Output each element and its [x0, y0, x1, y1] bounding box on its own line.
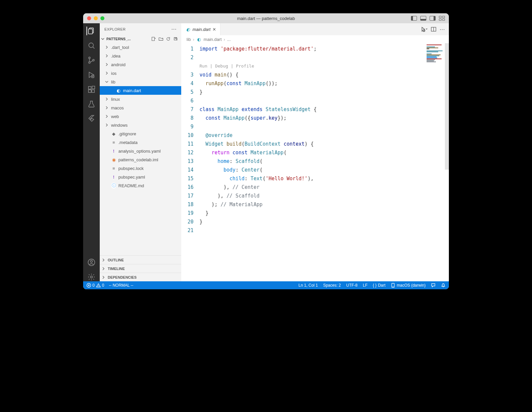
minimize-window-button[interactable]: [94, 16, 98, 20]
code-line[interactable]: @override: [200, 131, 449, 140]
folder-web[interactable]: web: [100, 112, 181, 121]
code-line[interactable]: [200, 122, 449, 131]
tree-item-label: .gitignore: [118, 131, 136, 136]
file-patterns-codelab-iml[interactable]: ◉patterns_codelab.iml: [100, 155, 181, 164]
toggle-primary-sidebar-icon[interactable]: [411, 16, 417, 21]
file-analysis-options-yaml[interactable]: !analysis_options.yaml: [100, 147, 181, 155]
code-line[interactable]: const MainApp({super.key});: [200, 114, 449, 122]
tree-item-label: windows: [111, 123, 128, 128]
sidebar-title: EXPLORER: [104, 27, 126, 31]
problems-status[interactable]: 0 0: [86, 283, 104, 288]
folder-ios[interactable]: ios: [100, 69, 181, 77]
feedback-icon[interactable]: [431, 283, 436, 288]
code-line[interactable]: class MainApp extends StatelessWidget {: [200, 105, 449, 114]
file-pubspec-lock[interactable]: ≡pubspec.lock: [100, 164, 181, 173]
chevron-down-icon: [101, 37, 105, 41]
eol-status[interactable]: LF: [363, 283, 367, 288]
tab-main-dart[interactable]: ◐ main.dart ✕: [181, 23, 220, 35]
device-selector[interactable]: macOS (darwin): [391, 283, 426, 288]
sidebar-section-dependencies[interactable]: DEPENDENCIES: [100, 273, 181, 281]
folder-linux[interactable]: linux: [100, 95, 181, 103]
run-dropdown-icon[interactable]: [421, 27, 428, 32]
encoding-status[interactable]: UTF-8: [346, 283, 357, 288]
run-debug-icon[interactable]: [87, 70, 96, 79]
file-readme-md[interactable]: ⓘREADME.md: [100, 181, 181, 190]
folder-lib[interactable]: lib: [100, 77, 181, 86]
file--metadata[interactable]: ≡.metadata: [100, 138, 181, 147]
editor-more-icon[interactable]: ⋯: [440, 26, 445, 33]
indentation-status[interactable]: Spaces: 2: [323, 283, 341, 288]
refresh-icon[interactable]: [166, 37, 171, 41]
code-line[interactable]: ), // Center: [200, 183, 449, 192]
customize-layout-icon[interactable]: [439, 16, 445, 21]
file-pubspec-yaml[interactable]: !pubspec.yaml: [100, 173, 181, 181]
toggle-panel-icon[interactable]: [420, 16, 426, 21]
accounts-icon[interactable]: [87, 258, 96, 267]
code-line[interactable]: [200, 53, 449, 62]
close-tab-icon[interactable]: ✕: [212, 27, 216, 32]
explorer-project-header[interactable]: PATTERNS_...: [100, 35, 181, 43]
source-control-icon[interactable]: [87, 56, 96, 65]
extensions-icon[interactable]: [87, 85, 96, 94]
code-line[interactable]: runApp(const MainApp());: [200, 79, 449, 88]
code-line[interactable]: body: Center(: [200, 166, 449, 174]
tree-item-label: android: [111, 62, 125, 67]
cursor-position-status[interactable]: Ln 1, Col 1: [299, 283, 318, 288]
folder--idea[interactable]: .idea: [100, 52, 181, 60]
new-file-icon[interactable]: [151, 37, 156, 41]
code-line[interactable]: [200, 226, 449, 235]
breadcrumb-part[interactable]: ...: [227, 37, 231, 42]
search-icon[interactable]: [87, 41, 96, 50]
code-line[interactable]: return const MaterialApp(: [200, 148, 449, 157]
scrollbar-thumb[interactable]: [445, 43, 449, 170]
folder-macos[interactable]: macos: [100, 103, 181, 112]
collapse-all-icon[interactable]: [173, 37, 178, 41]
vim-mode-status[interactable]: -- NORMAL --: [109, 283, 133, 288]
code-editor[interactable]: 12 3456789101112131415161718192021 impor…: [181, 43, 449, 281]
code-line[interactable]: [200, 96, 449, 105]
file--gitignore[interactable]: ◆.gitignore: [100, 129, 181, 138]
new-folder-icon[interactable]: [159, 37, 163, 41]
code-line[interactable]: ); // MaterialApp: [200, 200, 449, 209]
testing-icon[interactable]: [87, 100, 96, 108]
code-line[interactable]: }: [200, 217, 449, 226]
settings-gear-icon[interactable]: [87, 273, 96, 281]
code-line[interactable]: home: Scaffold(: [200, 157, 449, 166]
folder--dart-tool[interactable]: .dart_tool: [100, 43, 181, 52]
maximize-window-button[interactable]: [100, 16, 104, 20]
minimap[interactable]: [427, 45, 445, 61]
notifications-icon[interactable]: [441, 283, 446, 288]
breadcrumb-part[interactable]: lib: [187, 37, 191, 42]
sidebar-section-timeline[interactable]: TIMELINE: [100, 264, 181, 273]
tree-item-label: patterns_codelab.iml: [118, 157, 158, 162]
toggle-secondary-sidebar-icon[interactable]: [430, 16, 436, 21]
line-number-gutter: 12 3456789101112131415161718192021: [181, 43, 200, 281]
code-line[interactable]: ), // Scaffold: [200, 192, 449, 200]
split-editor-icon[interactable]: [431, 27, 436, 32]
breadcrumb[interactable]: lib › ◐ main.dart › ...: [181, 35, 449, 43]
breadcrumb-part[interactable]: main.dart: [203, 37, 221, 42]
dart-file-icon: ◐: [196, 37, 201, 42]
folder-windows[interactable]: windows: [100, 121, 181, 129]
code-line[interactable]: void main() {: [200, 70, 449, 79]
code-line[interactable]: child: Text('Hello World!'),: [200, 174, 449, 183]
flutter-icon[interactable]: [87, 114, 96, 123]
folder-android[interactable]: android: [100, 60, 181, 69]
sidebar-section-outline[interactable]: OUTLINE: [100, 255, 181, 264]
vertical-scrollbar[interactable]: [445, 43, 449, 281]
file-main-dart[interactable]: ◐main.dart: [100, 86, 181, 95]
tree-item-label: .dart_tool: [111, 45, 129, 50]
code-line[interactable]: Widget build(BuildContext context) {: [200, 140, 449, 148]
code-line[interactable]: import 'package:flutter/material.dart';: [200, 45, 449, 53]
close-window-button[interactable]: [87, 16, 91, 20]
svg-point-6: [93, 60, 94, 61]
sidebar-more-icon[interactable]: ⋯: [171, 26, 177, 32]
code-line[interactable]: }: [200, 88, 449, 96]
dart-file-icon: ◐: [185, 27, 191, 32]
tab-bar: ◐ main.dart ✕ ⋯: [181, 23, 449, 35]
explorer-icon[interactable]: [87, 27, 96, 35]
codelens-run-debug[interactable]: Run | Debug | Profile: [200, 62, 449, 70]
code-line[interactable]: }: [200, 209, 449, 217]
code-content[interactable]: import 'package:flutter/material.dart'; …: [200, 43, 449, 281]
language-status[interactable]: { } Dart: [373, 283, 385, 288]
